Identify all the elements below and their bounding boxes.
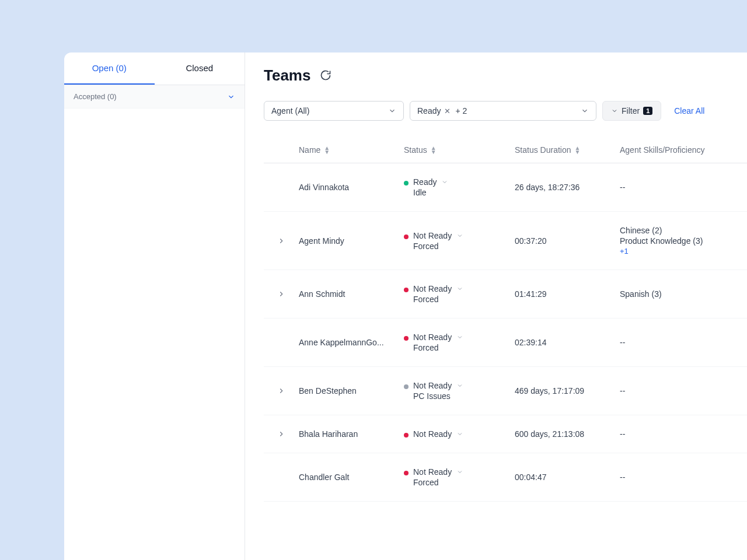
agent-status-label: Ready <box>413 177 437 187</box>
sidebar-accepted-row[interactable]: Accepted (0) <box>64 85 245 108</box>
agent-status-dropdown[interactable]: Not Ready <box>413 467 463 477</box>
status-duration: 26 days, 18:27:36 <box>515 183 620 192</box>
skill-item: -- <box>620 429 747 439</box>
table-row: Agent MindyNot ReadyForced00:37:20Chines… <box>264 212 747 270</box>
agent-substatus: Forced <box>413 242 463 251</box>
agent-status-dropdown[interactable]: Not Ready <box>413 332 463 342</box>
agent-substatus: Idle <box>413 188 448 197</box>
agent-status-dropdown[interactable]: Not Ready <box>413 429 463 439</box>
agent-status-cell: Not ReadyForced <box>404 231 515 251</box>
sidebar-accepted-label: Accepted (0) <box>74 92 117 101</box>
agent-status-cell: Not ReadyForced <box>404 332 515 352</box>
agent-status-cell: Not ReadyForced <box>404 284 515 304</box>
agent-status-label: Not Ready <box>413 381 452 390</box>
table-row: Bhala HariharanNot Ready600 days, 21:13:… <box>264 415 747 453</box>
skill-item: Chinese (2) <box>620 226 747 235</box>
chevron-down-icon <box>456 334 463 341</box>
status-duration: 600 days, 21:13:08 <box>515 429 620 439</box>
agent-status-dropdown[interactable]: Not Ready <box>413 231 463 240</box>
chevron-down-icon <box>227 93 235 101</box>
chevron-down-icon <box>388 107 396 115</box>
filter-button-label: Filter <box>622 106 640 116</box>
column-duration-label: Status Duration <box>515 145 571 155</box>
expand-row-icon[interactable] <box>264 430 299 438</box>
table-row: Ann SchmidtNot ReadyForced01:41:29Spanis… <box>264 270 747 318</box>
skill-item: -- <box>620 338 747 347</box>
sort-icon: ▲▼ <box>431 146 437 154</box>
skill-item: -- <box>620 386 747 396</box>
agent-status-cell: Not Ready <box>404 429 515 439</box>
column-name-label: Name <box>299 145 320 155</box>
agent-status-label: Not Ready <box>413 284 452 293</box>
agent-filter-label: Agent (All) <box>271 106 309 116</box>
status-duration: 00:04:47 <box>515 473 620 482</box>
table-row: Anne KappelmannGo...Not ReadyForced02:39… <box>264 318 747 367</box>
agent-name: Bhala Hariharan <box>299 429 404 439</box>
column-name-header[interactable]: Name ▲▼ <box>299 145 404 155</box>
agent-status-label: Not Ready <box>413 332 452 342</box>
status-dot-icon <box>404 235 409 239</box>
main-content: Teams Agent (All) Ready ✕ + <box>245 52 747 560</box>
filter-row: Agent (All) Ready ✕ + 2 <box>264 101 747 121</box>
status-duration: 02:39:14 <box>515 338 620 347</box>
skill-item: Spanish (3) <box>620 289 747 299</box>
expand-row-icon[interactable] <box>264 290 299 298</box>
status-filter-dropdown[interactable]: Ready ✕ + 2 <box>410 101 596 121</box>
sort-icon: ▲▼ <box>324 146 330 154</box>
sidebar: Open (0) Closed Accepted (0) <box>64 52 245 560</box>
agent-filter-dropdown[interactable]: Agent (All) <box>264 101 404 121</box>
table-row: Adi VinnakotaReadyIdle26 days, 18:27:36-… <box>264 163 747 212</box>
status-dot-icon <box>404 336 409 341</box>
refresh-icon[interactable] <box>320 69 333 82</box>
status-filter-tag-label: Ready <box>417 106 441 116</box>
status-filter-more: + 2 <box>455 106 467 116</box>
agent-status-dropdown[interactable]: Ready <box>413 177 448 187</box>
clear-all-link[interactable]: Clear All <box>674 106 704 116</box>
agent-status-dropdown[interactable]: Not Ready <box>413 381 463 390</box>
chevron-down-icon <box>581 107 589 115</box>
tab-open[interactable]: Open (0) <box>64 52 155 85</box>
chevron-down-icon <box>611 107 618 114</box>
agent-status-cell: Not ReadyForced <box>404 467 515 487</box>
column-status-label: Status <box>404 145 427 155</box>
chevron-down-icon <box>456 382 463 389</box>
chevron-down-icon <box>456 285 463 292</box>
sidebar-tabs: Open (0) Closed <box>64 52 245 85</box>
agents-table: Name ▲▼ Status ▲▼ Status Duration ▲▼ Age… <box>264 137 747 502</box>
expand-row-icon[interactable] <box>264 237 299 245</box>
column-skills-label: Agent Skills/Proficiency <box>620 145 705 155</box>
skills-more-link[interactable]: +1 <box>620 247 747 256</box>
sort-icon: ▲▼ <box>575 146 581 154</box>
agent-substatus: PC Issues <box>413 391 463 401</box>
agent-skills: Chinese (2)Product Knowledge (3)+1 <box>620 226 747 256</box>
column-status-header[interactable]: Status ▲▼ <box>404 145 515 155</box>
chevron-down-icon <box>456 468 463 475</box>
agent-status-dropdown[interactable]: Not Ready <box>413 284 463 293</box>
column-duration-header[interactable]: Status Duration ▲▼ <box>515 145 620 155</box>
agent-substatus: Forced <box>413 343 463 352</box>
remove-tag-icon[interactable]: ✕ <box>444 107 451 116</box>
skill-item: Product Knowledge (3) <box>620 236 747 246</box>
agent-status-label: Not Ready <box>413 429 452 439</box>
agent-substatus: Forced <box>413 295 463 304</box>
tab-closed[interactable]: Closed <box>155 52 245 85</box>
agent-name: Anne KappelmannGo... <box>299 338 404 347</box>
status-duration: 01:41:29 <box>515 289 620 299</box>
agent-name: Adi Vinnakota <box>299 183 404 192</box>
agent-skills: -- <box>620 183 747 192</box>
agent-status-cell: Not ReadyPC Issues <box>404 381 515 401</box>
agent-name: Ben DeStephen <box>299 386 404 396</box>
column-expand <box>264 145 299 155</box>
table-body: Adi VinnakotaReadyIdle26 days, 18:27:36-… <box>264 163 747 502</box>
chevron-down-icon <box>456 232 463 239</box>
status-duration: 469 days, 17:17:09 <box>515 386 620 396</box>
filter-button[interactable]: Filter 1 <box>602 101 661 121</box>
status-duration: 00:37:20 <box>515 236 620 246</box>
table-row: Ben DeStephenNot ReadyPC Issues469 days,… <box>264 367 747 415</box>
agent-name: Agent Mindy <box>299 236 404 246</box>
table-row: Chandler GaltNot ReadyForced00:04:47-- <box>264 453 747 502</box>
agent-name: Ann Schmidt <box>299 289 404 299</box>
expand-row-icon[interactable] <box>264 387 299 395</box>
column-skills-header: Agent Skills/Proficiency <box>620 145 747 155</box>
agent-skills: -- <box>620 386 747 396</box>
